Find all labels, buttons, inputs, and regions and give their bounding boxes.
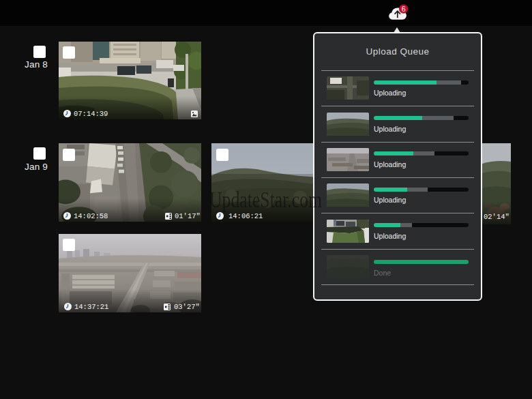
svg-text:6: 6 — [402, 5, 406, 13]
